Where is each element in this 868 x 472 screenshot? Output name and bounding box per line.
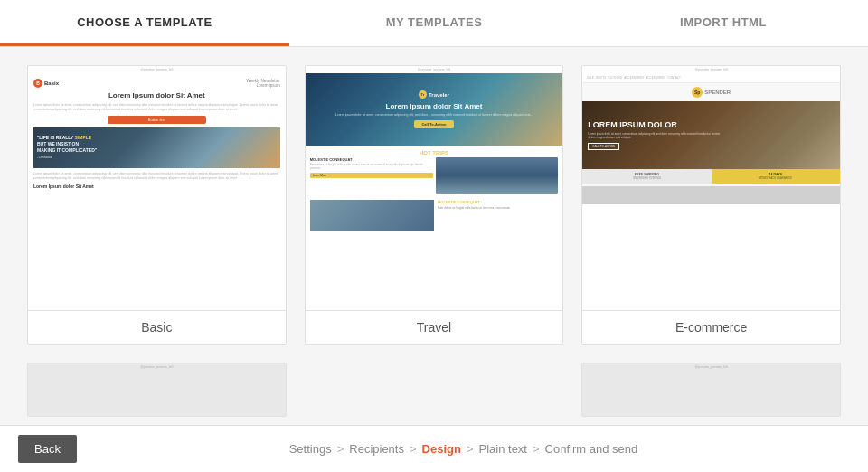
template-grid: @preview_preview_left B Basix Weekly New…	[27, 65, 841, 345]
template-card-ecommerce[interactable]: @preview_preview_left SALE BOOTS CLOTHIN…	[581, 65, 841, 345]
breadcrumb-sep-1: >	[337, 442, 344, 456]
template-card-basic[interactable]: @preview_preview_left B Basix Weekly New…	[27, 65, 287, 345]
template-preview-basic: @preview_preview_left B Basix Weekly New…	[28, 66, 286, 310]
template-label-basic: Basic	[28, 310, 286, 344]
partial-preview-1: @preview_preview_left	[28, 363, 286, 416]
breadcrumb-sep-3: >	[467, 442, 474, 456]
breadcrumb-settings[interactable]: Settings	[289, 442, 332, 456]
template-label-ecommerce: E-commerce	[582, 310, 840, 344]
preview-top-label-basic: @preview_preview_left	[28, 66, 286, 73]
travel-preview-content: Tr Traveler Lorem Ipsum dolor Sit Amet L…	[306, 73, 563, 231]
spacer	[305, 363, 564, 417]
breadcrumb-sep-4: >	[533, 442, 540, 456]
template-card-partial-2[interactable]: @preview_preview_left	[581, 363, 841, 417]
basic-preview-content: B Basix Weekly NewsletterLorem ipsum Lor…	[28, 73, 286, 194]
partial-preview-2: @preview_preview_left	[582, 363, 840, 416]
template-preview-travel: @preview_preview_left Tr Traveler Lorem …	[306, 66, 563, 310]
main-content: @preview_preview_left B Basix Weekly New…	[0, 47, 868, 425]
tab-my-templates[interactable]: MY TEMPLATES	[289, 0, 579, 46]
bottom-bar: Back Settings > Recipients > Design > Pl…	[0, 425, 868, 472]
template-preview-ecommerce: @preview_preview_left SALE BOOTS CLOTHIN…	[582, 66, 840, 310]
template-grid-row2: @preview_preview_left @preview_preview_l…	[27, 363, 841, 417]
breadcrumb-sep-2: >	[410, 442, 417, 456]
breadcrumb-design[interactable]: Design	[422, 442, 461, 456]
template-label-travel: Travel	[306, 310, 563, 344]
top-navigation: CHOOSE A TEMPLATE MY TEMPLATES IMPORT HT…	[0, 0, 868, 47]
template-card-travel[interactable]: @preview_preview_left Tr Traveler Lorem …	[305, 65, 564, 345]
back-button[interactable]: Back	[18, 435, 77, 463]
preview-top-label-travel: @preview_preview_left	[306, 66, 563, 73]
preview-top-label-ecommerce: @preview_preview_left	[582, 66, 840, 73]
breadcrumb-recipients[interactable]: Recipients	[349, 442, 404, 456]
tab-import-html[interactable]: IMPORT HTML	[579, 0, 868, 46]
breadcrumb: Settings > Recipients > Design > Plain t…	[77, 442, 850, 456]
breadcrumb-confirm[interactable]: Confirm and send	[545, 442, 638, 456]
breadcrumb-plain-text[interactable]: Plain text	[479, 442, 527, 456]
template-card-partial-1[interactable]: @preview_preview_left	[27, 363, 287, 417]
tab-choose-template[interactable]: CHOOSE A TEMPLATE	[0, 0, 289, 46]
ecommerce-preview-content: SALE BOOTS CLOTHING ACCESSORIES ACCESSOR…	[582, 73, 840, 204]
